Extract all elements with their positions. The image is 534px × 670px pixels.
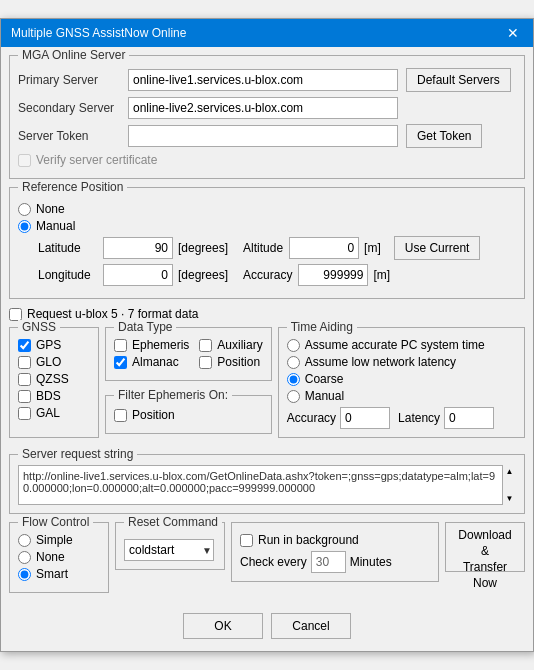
ephemeris-checkbox[interactable]: [114, 339, 127, 352]
flow-control-group: Flow Control Simple None Smart: [9, 522, 109, 593]
ref-manual-radio[interactable]: [18, 220, 31, 233]
minutes-label: Minutes: [350, 555, 392, 569]
reference-position-group: Reference Position None Manual Latitude …: [9, 187, 525, 299]
server-request-title: Server request string: [18, 447, 137, 461]
download-btn-container: Download & Transfer Now: [445, 522, 525, 572]
gnss-group: GNSS GPS GLO QZSS: [9, 327, 99, 438]
flow-control-title: Flow Control: [18, 515, 93, 529]
filter-ephemeris-group: Filter Ephemeris On: Position: [105, 395, 272, 434]
gps-checkbox[interactable]: [18, 339, 31, 352]
gnss-title: GNSS: [18, 320, 60, 334]
get-token-button[interactable]: Get Token: [406, 124, 482, 148]
use-current-button[interactable]: Use Current: [394, 236, 481, 260]
gal-label: GAL: [36, 406, 60, 420]
time-aiding-title: Time Aiding: [287, 320, 357, 334]
run-bg-label: Run in background: [258, 533, 359, 547]
cancel-button[interactable]: Cancel: [271, 613, 351, 639]
bds-label: BDS: [36, 389, 61, 403]
reset-command-select[interactable]: coldstart warmstart hotstart none: [124, 539, 214, 561]
fc-smart-radio[interactable]: [18, 568, 31, 581]
low-latency-radio[interactable]: [287, 356, 300, 369]
longitude-label: Longitude: [38, 268, 103, 282]
gps-label: GPS: [36, 338, 61, 352]
low-latency-label: Assume low network latency: [305, 355, 456, 369]
scrollbar-down-icon[interactable]: ▼: [506, 494, 514, 503]
server-token-label: Server Token: [18, 129, 128, 143]
accuracy-ta-input[interactable]: [340, 407, 390, 429]
accuracy-input[interactable]: [298, 264, 368, 286]
footer-buttons: OK Cancel: [9, 609, 525, 643]
auxiliary-checkbox[interactable]: [199, 339, 212, 352]
fc-none-label: None: [36, 550, 65, 564]
accuracy-label: Accuracy: [243, 268, 292, 282]
secondary-server-input[interactable]: [128, 97, 398, 119]
reset-command-group: Reset Command coldstart warmstart hotsta…: [115, 522, 225, 570]
filter-ephemeris-title: Filter Ephemeris On:: [114, 388, 232, 402]
secondary-server-label: Secondary Server: [18, 101, 128, 115]
glo-label: GLO: [36, 355, 61, 369]
run-bg-checkbox[interactable]: [240, 534, 253, 547]
fc-simple-radio[interactable]: [18, 534, 31, 547]
auxiliary-label: Auxiliary: [217, 338, 262, 352]
format-data-label: Request u-blox 5 · 7 format data: [27, 307, 198, 321]
reset-command-title: Reset Command: [124, 515, 222, 529]
check-every-label: Check every: [240, 555, 307, 569]
default-servers-button[interactable]: Default Servers: [406, 68, 511, 92]
ref-none-radio[interactable]: [18, 203, 31, 216]
ok-button[interactable]: OK: [183, 613, 263, 639]
position-label: Position: [217, 355, 260, 369]
verify-cert-label: Verify server certificate: [36, 153, 157, 167]
reset-command-select-wrapper: coldstart warmstart hotstart none ▼: [124, 539, 214, 561]
server-request-group: Server request string http://online-live…: [9, 454, 525, 514]
manual-time-radio[interactable]: [287, 390, 300, 403]
filter-position-checkbox[interactable]: [114, 409, 127, 422]
title-bar: Multiple GNSS AssistNow Online ✕: [1, 19, 533, 47]
mga-server-group: MGA Online Server Primary Server Default…: [9, 55, 525, 179]
longitude-input[interactable]: [103, 264, 173, 286]
mga-server-title: MGA Online Server: [18, 48, 129, 62]
coarse-radio[interactable]: [287, 373, 300, 386]
window-title: Multiple GNSS AssistNow Online: [11, 26, 186, 40]
qzss-label: QZSS: [36, 372, 69, 386]
manual-time-label: Manual: [305, 389, 344, 403]
latency-ta-label: Latency: [398, 411, 440, 425]
server-request-content: http://online-live1.services.u-blox.com/…: [18, 465, 516, 505]
primary-server-label: Primary Server: [18, 73, 128, 87]
minutes-input: [311, 551, 346, 573]
filter-position-label: Position: [132, 408, 175, 422]
fc-simple-label: Simple: [36, 533, 73, 547]
degrees-label-lon: [degrees]: [178, 268, 228, 282]
bds-checkbox[interactable]: [18, 390, 31, 403]
main-window: Multiple GNSS AssistNow Online ✕ MGA Onl…: [0, 18, 534, 652]
accurate-pc-radio[interactable]: [287, 339, 300, 352]
altitude-label: Altitude: [243, 241, 283, 255]
reference-position-title: Reference Position: [18, 180, 127, 194]
position-checkbox[interactable]: [199, 356, 212, 369]
coarse-label: Coarse: [305, 372, 344, 386]
data-type-title: Data Type: [114, 320, 176, 334]
data-type-group: Data Type Ephemeris Almanac: [105, 327, 272, 381]
ephemeris-label: Ephemeris: [132, 338, 189, 352]
scrollbar-up-icon[interactable]: ▲: [506, 467, 514, 476]
glo-checkbox[interactable]: [18, 356, 31, 369]
almanac-checkbox[interactable]: [114, 356, 127, 369]
format-data-checkbox[interactable]: [9, 308, 22, 321]
gal-checkbox[interactable]: [18, 407, 31, 420]
m-label-alt: [m]: [364, 241, 381, 255]
time-aiding-group: Time Aiding Assume accurate PC system ti…: [278, 327, 525, 438]
ref-none-label: None: [36, 202, 65, 216]
server-token-input[interactable]: [128, 125, 398, 147]
close-button[interactable]: ✕: [503, 25, 523, 41]
run-bg-group: Run in background Check every Minutes: [231, 522, 439, 582]
primary-server-input[interactable]: [128, 69, 398, 91]
download-transfer-button[interactable]: Download & Transfer Now: [445, 522, 525, 572]
latitude-input[interactable]: [103, 237, 173, 259]
fc-none-radio[interactable]: [18, 551, 31, 564]
latitude-label: Latitude: [38, 241, 103, 255]
latency-ta-input[interactable]: [444, 407, 494, 429]
accurate-pc-label: Assume accurate PC system time: [305, 338, 485, 352]
verify-cert-checkbox[interactable]: [18, 154, 31, 167]
qzss-checkbox[interactable]: [18, 373, 31, 386]
altitude-input[interactable]: [289, 237, 359, 259]
accuracy-ta-label: Accuracy: [287, 411, 336, 425]
